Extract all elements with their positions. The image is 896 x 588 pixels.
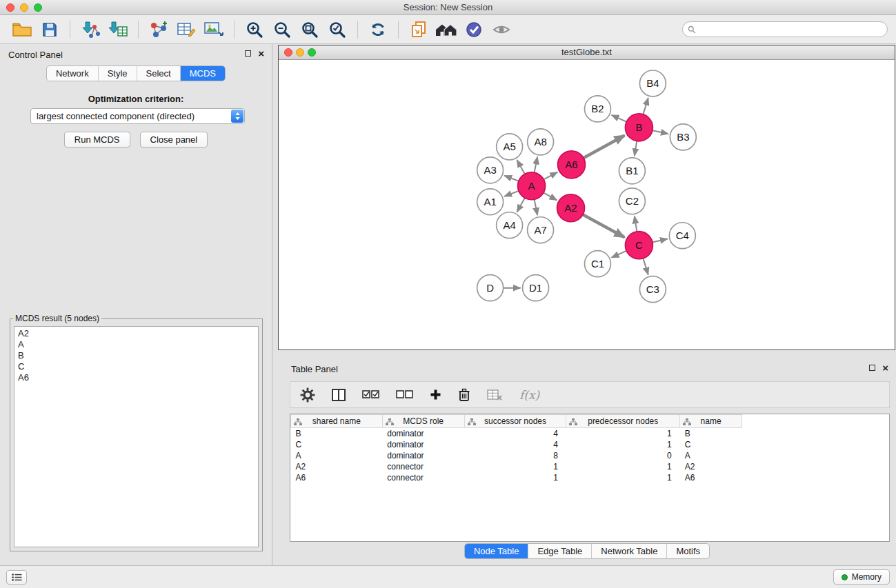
close-panel-button[interactable]: Close panel <box>140 132 208 148</box>
save-session-button[interactable] <box>36 18 63 41</box>
table-cell[interactable]: A6 <box>291 472 383 483</box>
table-cell[interactable]: dominator <box>382 428 464 439</box>
network-minimize-button[interactable] <box>296 48 304 57</box>
delete-button[interactable] <box>458 388 470 402</box>
table-cell[interactable]: A2 <box>680 461 742 472</box>
table-cell[interactable]: 0 <box>566 450 680 461</box>
float-panel-icon[interactable] <box>869 365 875 371</box>
graph-node-A5[interactable]: A5 <box>497 134 523 160</box>
table-options-button[interactable] <box>300 387 315 403</box>
table-cell[interactable]: A2 <box>291 461 383 472</box>
tab-network-table[interactable]: Network Table <box>591 544 666 558</box>
graph-node-B3[interactable]: B3 <box>670 124 696 150</box>
zoom-fit-button[interactable] <box>296 18 323 41</box>
network-close-button[interactable] <box>284 48 292 57</box>
select-all-button[interactable] <box>362 389 379 400</box>
export-image-button[interactable] <box>200 18 228 41</box>
criterion-dropdown[interactable]: largest connected component (directed) <box>30 108 245 124</box>
column-header-predecessor-nodes[interactable]: predecessor nodes <box>566 415 680 428</box>
graph-node-C[interactable]: C <box>625 232 653 259</box>
tab-select[interactable]: Select <box>137 66 180 81</box>
deselect-all-button[interactable] <box>396 389 413 400</box>
new-table-button[interactable] <box>172 18 200 41</box>
tab-mcds[interactable]: MCDS <box>180 66 225 81</box>
table-cell[interactable]: connector <box>382 472 464 483</box>
table-cell[interactable]: A <box>291 450 383 461</box>
graph-node-A1[interactable]: A1 <box>477 189 504 215</box>
open-session-button[interactable] <box>8 18 36 41</box>
add-button[interactable] <box>430 389 441 401</box>
apply-layout-button[interactable] <box>364 18 392 41</box>
import-table-from-file-button[interactable] <box>104 18 132 41</box>
task-history-button[interactable] <box>6 570 27 585</box>
tab-edge-table[interactable]: Edge Table <box>528 544 591 558</box>
graph-node-A3[interactable]: A3 <box>477 157 504 183</box>
function-builder-button[interactable]: f(x) <box>519 388 539 402</box>
graph-node-A4[interactable]: A4 <box>497 212 523 239</box>
table-cell[interactable]: 1 <box>566 428 680 439</box>
table-cell[interactable]: connector <box>382 461 464 472</box>
table-cell[interactable]: B <box>291 428 383 439</box>
tab-node-table[interactable]: Node Table <box>465 544 528 558</box>
graph-node-D1[interactable]: D1 <box>523 275 549 301</box>
show-hide-button[interactable] <box>488 18 515 41</box>
graph-node-B1[interactable]: B1 <box>619 158 645 184</box>
tab-motifs[interactable]: Motifs <box>666 544 709 558</box>
table-cell[interactable]: 1 <box>566 472 680 483</box>
zoom-out-button[interactable] <box>268 18 296 41</box>
table-cell[interactable]: C <box>680 439 742 450</box>
graph-node-D[interactable]: D <box>477 275 504 301</box>
mcds-result-item[interactable]: B <box>18 350 255 361</box>
zoom-in-button[interactable] <box>241 18 268 41</box>
tab-style[interactable]: Style <box>98 66 137 81</box>
table-row[interactable]: Adominator80A <box>291 450 890 461</box>
graph-node-C1[interactable]: C1 <box>585 251 611 277</box>
table-cell[interactable]: dominator <box>382 450 464 461</box>
graph-node-C3[interactable]: C3 <box>639 276 666 303</box>
column-header-name[interactable]: name <box>680 415 742 428</box>
table-cell[interactable]: A6 <box>680 472 742 483</box>
table-cell[interactable]: 1 <box>566 439 680 450</box>
delete-table-button[interactable] <box>487 389 503 401</box>
show-columns-button[interactable] <box>332 389 346 401</box>
graph-node-A7[interactable]: A7 <box>528 217 554 243</box>
graph-node-B2[interactable]: B2 <box>585 96 611 122</box>
graph-node-A2[interactable]: A2 <box>557 194 585 222</box>
ndex-home-button[interactable] <box>432 18 460 41</box>
zoom-selected-button[interactable] <box>323 18 351 41</box>
column-header-mcds-role[interactable]: MCDS role <box>382 415 464 428</box>
table-cell[interactable]: C <box>291 439 383 450</box>
table-cell[interactable]: B <box>680 428 742 439</box>
network-window-titlebar[interactable]: testGlobe.txt <box>279 45 895 60</box>
graph-node-A[interactable]: A <box>518 172 546 200</box>
fullscreen-window-button[interactable] <box>34 3 42 12</box>
new-network-button[interactable] <box>145 18 172 41</box>
float-panel-icon[interactable] <box>245 50 251 57</box>
table-row[interactable]: A2connector11A2 <box>291 461 890 472</box>
table-cell[interactable]: 4 <box>464 428 566 439</box>
graph-node-C2[interactable]: C2 <box>619 188 645 214</box>
table-cell[interactable]: dominator <box>382 439 464 450</box>
run-mcds-button[interactable]: Run MCDS <box>64 132 130 148</box>
close-window-button[interactable] <box>6 3 14 12</box>
table-cell[interactable]: 8 <box>464 450 566 461</box>
table-cell[interactable]: 1 <box>566 461 680 472</box>
graph-node-C4[interactable]: C4 <box>669 223 695 249</box>
mcds-result-item[interactable]: C <box>18 361 255 372</box>
mcds-result-item[interactable]: A2 <box>18 328 255 339</box>
table-cell[interactable]: 1 <box>464 461 566 472</box>
search-input[interactable] <box>682 21 888 37</box>
import-from-ndex-button[interactable] <box>405 18 432 41</box>
close-panel-icon[interactable]: × <box>258 50 264 57</box>
column-header-shared-name[interactable]: shared name <box>291 415 383 428</box>
column-header-successor-nodes[interactable]: successor nodes <box>464 415 566 428</box>
memory-button[interactable]: Memory <box>833 569 890 585</box>
mcds-result-item[interactable]: A6 <box>18 372 255 383</box>
close-panel-icon[interactable]: × <box>882 364 888 372</box>
validate-button[interactable] <box>460 18 488 41</box>
tab-network[interactable]: Network <box>47 66 98 81</box>
table-row[interactable]: A6connector11A6 <box>291 472 890 483</box>
graph-node-A6[interactable]: A6 <box>558 151 586 179</box>
network-canvas[interactable]: B4B2BB3A8A5A6A3B1AC2A1A2A4A7C4CC1DD1C3 <box>279 60 895 349</box>
table-row[interactable]: Bdominator41B <box>291 428 890 439</box>
